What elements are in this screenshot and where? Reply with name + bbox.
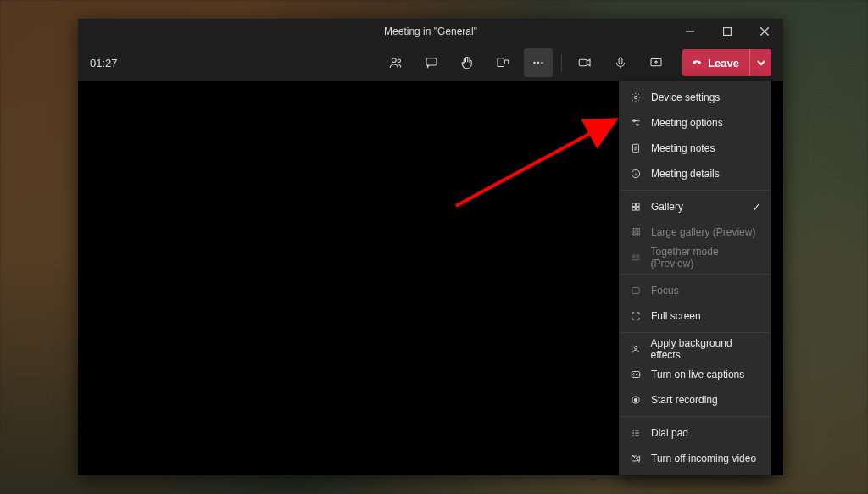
menu-full-screen[interactable]: Full screen: [619, 303, 771, 329]
menu-meeting-details[interactable]: Meeting details: [619, 161, 771, 186]
hangup-icon: [691, 57, 703, 69]
menu-separator: [619, 190, 771, 191]
chat-button[interactable]: [417, 48, 446, 77]
svg-point-33: [632, 255, 635, 258]
toolbar-separator: [561, 54, 562, 71]
svg-point-41: [635, 430, 637, 431]
menu-meeting-notes[interactable]: Meeting notes: [619, 136, 771, 161]
fullscreen-icon: [629, 310, 643, 322]
record-icon: [629, 394, 643, 406]
menu-label: Meeting options: [651, 117, 723, 129]
dialpad-icon: [629, 427, 643, 439]
maximize-button[interactable]: [709, 19, 746, 44]
svg-rect-29: [637, 231, 639, 233]
mic-button[interactable]: [606, 48, 635, 77]
grid-icon: [629, 201, 643, 213]
svg-rect-6: [426, 58, 437, 65]
menu-label: Apply background effects: [651, 337, 761, 361]
svg-rect-12: [579, 59, 587, 66]
svg-rect-21: [637, 203, 640, 207]
svg-point-11: [541, 62, 542, 64]
maximize-icon: [723, 27, 732, 36]
svg-rect-35: [632, 288, 639, 294]
captions-icon: [629, 369, 643, 380]
menu-meeting-options[interactable]: Meeting options: [619, 110, 771, 136]
menu-label: Full screen: [651, 310, 701, 322]
menu-gallery[interactable]: Gallery ✓: [619, 194, 771, 219]
menu-live-captions[interactable]: Turn on live captions: [619, 362, 771, 387]
menu-label: Device settings: [651, 92, 720, 103]
menu-label: Gallery: [651, 201, 683, 213]
together-icon: [629, 252, 643, 264]
svg-rect-32: [637, 234, 639, 236]
svg-rect-7: [498, 58, 504, 67]
close-button[interactable]: [746, 19, 783, 44]
svg-point-5: [398, 59, 400, 62]
svg-point-4: [392, 58, 396, 63]
svg-point-48: [637, 435, 639, 436]
leave-label: Leave: [708, 57, 739, 69]
menu-dial-pad[interactable]: Dial pad: [619, 420, 771, 446]
close-icon: [760, 27, 769, 36]
more-actions-button[interactable]: [524, 48, 553, 77]
svg-point-42: [637, 430, 639, 431]
info-icon: [629, 168, 643, 180]
svg-rect-31: [635, 234, 637, 236]
camera-button[interactable]: [570, 48, 599, 77]
menu-large-gallery: Large gallery (Preview): [619, 219, 771, 245]
leave-dropdown[interactable]: [749, 49, 771, 76]
svg-point-40: [632, 430, 634, 431]
chat-icon: [424, 55, 439, 70]
svg-rect-22: [632, 208, 636, 211]
breakout-rooms-button[interactable]: [488, 48, 517, 77]
minimize-button[interactable]: [671, 19, 709, 44]
hand-icon: [459, 55, 475, 70]
participants-button[interactable]: [381, 48, 410, 77]
leave-button[interactable]: Leave: [682, 49, 749, 76]
camera-icon: [577, 55, 593, 70]
svg-point-47: [635, 435, 637, 436]
menu-turn-off-incoming-video[interactable]: Turn off incoming video: [619, 446, 771, 471]
raise-hand-button[interactable]: [453, 48, 481, 77]
more-icon: [531, 55, 546, 70]
menu-label: Start recording: [651, 394, 718, 406]
svg-point-45: [637, 432, 639, 434]
svg-rect-23: [637, 208, 640, 211]
svg-point-36: [634, 347, 637, 350]
svg-point-43: [632, 432, 634, 434]
svg-rect-28: [635, 231, 637, 233]
svg-rect-8: [504, 60, 509, 64]
svg-rect-30: [632, 234, 633, 236]
minimize-icon: [686, 27, 694, 36]
svg-rect-26: [637, 228, 639, 230]
video-off-icon: [629, 452, 643, 464]
meeting-timer: 01:27: [90, 57, 149, 69]
svg-point-15: [634, 96, 637, 99]
svg-point-44: [635, 432, 637, 434]
menu-device-settings[interactable]: Device settings: [619, 85, 771, 110]
menu-label: Meeting notes: [651, 142, 715, 154]
menu-label: Focus: [651, 285, 679, 297]
meeting-toolbar: 01:27: [78, 44, 783, 82]
gear-icon: [629, 92, 643, 103]
menu-start-recording[interactable]: Start recording: [619, 387, 771, 413]
meeting-window: Meeting in "General" 01:27: [78, 19, 783, 475]
menu-label: Together mode (Preview): [651, 246, 761, 269]
svg-point-46: [632, 435, 634, 436]
svg-point-9: [533, 62, 535, 64]
svg-rect-20: [632, 203, 636, 207]
check-icon: ✓: [752, 201, 761, 214]
menu-separator: [619, 416, 771, 417]
people-icon: [388, 55, 403, 70]
menu-bg-effects[interactable]: Apply background effects: [619, 336, 771, 362]
menu-together-mode: Together mode (Preview): [619, 245, 771, 270]
svg-rect-1: [724, 28, 732, 36]
menu-separator: [619, 332, 771, 333]
person-blur-icon: [629, 343, 643, 355]
menu-label: Meeting details: [651, 168, 720, 180]
share-icon: [648, 55, 664, 70]
sliders-icon: [629, 117, 643, 129]
menu-label: Dial pad: [651, 427, 688, 439]
chevron-down-icon: [757, 58, 765, 67]
share-button[interactable]: [642, 48, 670, 77]
